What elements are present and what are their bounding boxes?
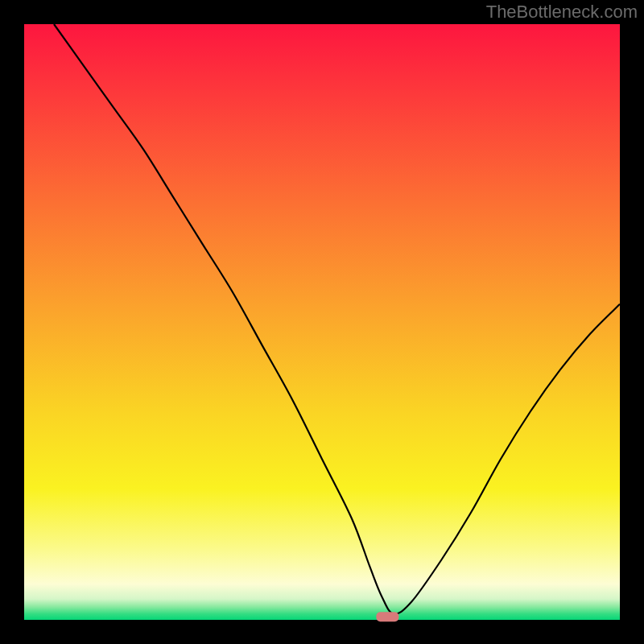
minimum-marker: [376, 612, 398, 621]
plot-background: [24, 24, 620, 620]
watermark-text: TheBottleneck.com: [486, 2, 638, 23]
chart-container: TheBottleneck.com: [0, 0, 644, 644]
bottleneck-chart: [0, 0, 644, 644]
